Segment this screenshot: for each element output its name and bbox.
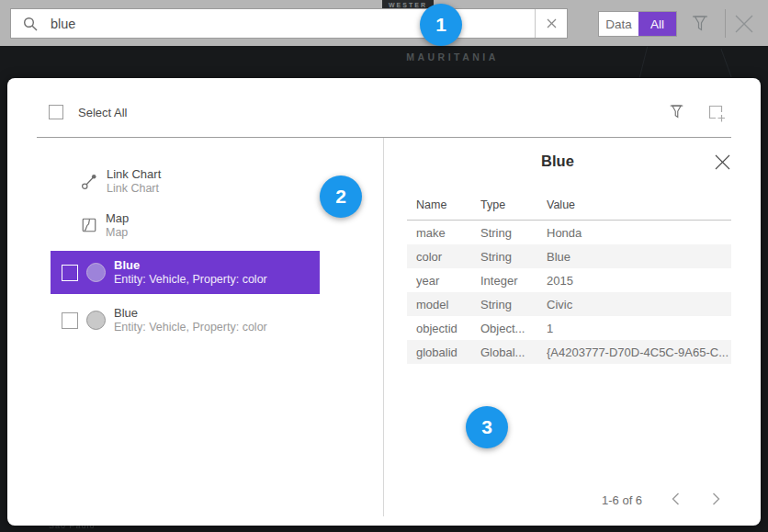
cell-name: make [407,226,480,240]
cell-value: {A4203777-D70D-4C5C-9A65-C... [547,345,731,359]
toolbar-divider [725,9,726,38]
table-row: globalid Global... {A4203777-D70D-4C5C-9… [407,340,731,364]
attribute-table-header: Name Type Value [407,198,731,211]
cell-name: year [407,274,480,288]
table-row: objectid Object... 1 [407,316,731,340]
cell-value: Honda [547,226,731,240]
result-subtitle: Entity: Vehicle, Property: color [114,273,267,287]
select-all-label: Select All [78,106,127,119]
scope-option-all[interactable]: All [638,12,676,36]
result-item-map[interactable]: Map Map [51,205,320,245]
search-box [10,8,568,39]
table-row: year Integer 2015 [407,268,731,292]
add-selection-icon[interactable] [707,104,726,122]
callout-badge-3: 3 [466,406,508,448]
results-filter-icon[interactable] [669,103,684,120]
cell-value: Civic [547,298,731,311]
cell-name: objectid [407,322,480,335]
map-label-mauritania: MAURITANIA [377,51,528,62]
result-item-blue[interactable]: Blue Entity: Vehicle, Property: color [51,299,320,342]
callout-badge-2: 2 [320,175,362,218]
search-results-panel: Select All Link Chart Link Chart [7,78,761,526]
cell-value: 1 [547,322,731,335]
link-chart-icon [81,173,98,190]
map-border-line [639,46,648,77]
result-checkbox[interactable] [62,312,78,329]
result-item-blue-selected[interactable]: Blue Entity: Vehicle, Property: color [51,251,320,294]
search-icon [23,17,38,31]
search-toolbar: WESTER Data All [0,0,768,46]
table-row: make String Honda [407,221,731,244]
column-value: Value [547,198,731,211]
result-item-link-chart[interactable]: Link Chart Link Chart [51,161,320,201]
next-page-icon[interactable] [707,491,724,507]
pagination-range: 1-6 of 6 [602,493,642,507]
panel-split-divider [383,138,384,516]
entity-icon [86,263,106,282]
scope-option-data[interactable]: Data [599,12,638,36]
cell-type: Global... [480,345,547,359]
cell-name: model [407,298,480,311]
cell-name: globalid [407,345,480,359]
column-name: Name [407,198,480,211]
close-search-icon[interactable] [733,13,755,35]
column-type: Type [480,198,547,211]
map-border-line [720,49,731,77]
cell-value: 2015 [547,274,731,288]
entity-icon [86,311,106,330]
result-title: Blue [114,258,267,273]
result-subtitle: Entity: Vehicle, Property: color [114,321,267,334]
scope-toggle: Data All [598,11,677,37]
result-checkbox[interactable] [62,265,78,281]
cell-type: Integer [480,274,547,288]
result-title: Blue [114,306,267,321]
result-subtitle: Map [106,226,129,240]
table-row: model String Civic [407,292,731,316]
prev-page-icon[interactable] [667,491,683,507]
cell-value: Blue [547,250,731,264]
table-row: color String Blue [407,244,731,268]
cell-type: String [480,226,547,240]
result-title: Link Chart [107,167,161,182]
map-icon [81,217,97,233]
cell-type: Object... [480,322,547,335]
detail-title: Blue [383,153,732,170]
clear-search-button[interactable] [535,9,567,38]
filter-icon[interactable] [691,14,709,33]
select-all-checkbox[interactable] [49,105,63,119]
callout-badge-1: 1 [420,4,462,46]
header-divider [37,137,731,138]
cell-type: String [480,298,547,311]
result-subtitle: Link Chart [107,182,161,196]
result-title: Map [106,211,129,226]
cell-type: String [480,250,547,264]
cell-name: color [407,250,480,264]
close-detail-icon[interactable] [715,154,730,170]
